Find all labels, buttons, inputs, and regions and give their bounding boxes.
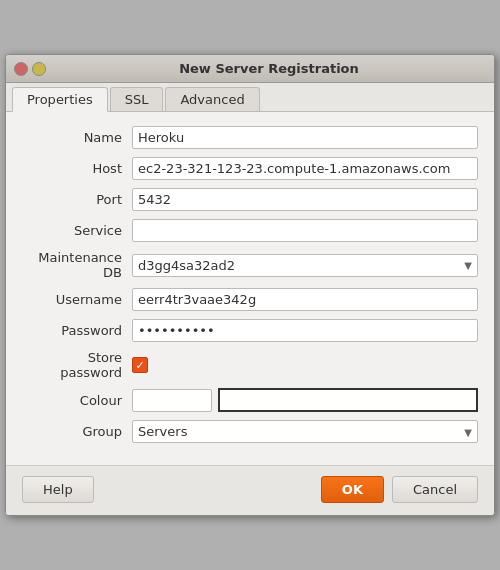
tab-ssl[interactable]: SSL <box>110 87 164 111</box>
maintenance-db-field: d3gg4sa32ad2 ▼ <box>132 254 478 277</box>
password-label: Password <box>22 323 132 338</box>
password-input[interactable] <box>132 319 478 342</box>
window-title: New Server Registration <box>52 61 486 76</box>
username-row: Username <box>22 288 478 311</box>
port-row: Port <box>22 188 478 211</box>
name-row: Name <box>22 126 478 149</box>
store-password-checkbox[interactable] <box>132 357 148 373</box>
store-password-label: Store password <box>22 350 132 380</box>
name-input[interactable] <box>132 126 478 149</box>
maintenance-db-label: Maintenance DB <box>22 250 132 280</box>
store-password-field <box>132 357 478 373</box>
colour-controls <box>132 388 478 412</box>
group-row: Group Servers ▼ <box>22 420 478 443</box>
group-label: Group <box>22 424 132 439</box>
username-field <box>132 288 478 311</box>
port-field <box>132 188 478 211</box>
service-field <box>132 219 478 242</box>
password-field <box>132 319 478 342</box>
titlebar-buttons <box>14 62 46 76</box>
tab-properties[interactable]: Properties <box>12 87 108 112</box>
service-input[interactable] <box>132 219 478 242</box>
titlebar: New Server Registration <box>6 55 494 83</box>
port-label: Port <box>22 192 132 207</box>
host-label: Host <box>22 161 132 176</box>
minimize-button[interactable] <box>32 62 46 76</box>
username-input[interactable] <box>132 288 478 311</box>
colour-field <box>132 388 478 412</box>
colour-swatch[interactable] <box>218 388 478 412</box>
colour-text-input[interactable] <box>132 389 212 412</box>
host-field <box>132 157 478 180</box>
cancel-button[interactable]: Cancel <box>392 476 478 503</box>
host-row: Host <box>22 157 478 180</box>
colour-row: Colour <box>22 388 478 412</box>
port-input[interactable] <box>132 188 478 211</box>
tab-bar: Properties SSL Advanced <box>6 83 494 112</box>
maintenance-db-select[interactable]: d3gg4sa32ad2 <box>132 254 478 277</box>
store-password-row: Store password <box>22 350 478 380</box>
service-label: Service <box>22 223 132 238</box>
colour-label: Colour <box>22 393 132 408</box>
group-select[interactable]: Servers <box>132 420 478 443</box>
store-password-checkbox-wrapper <box>132 357 478 373</box>
password-row: Password <box>22 319 478 342</box>
dialog-window: New Server Registration Properties SSL A… <box>5 54 495 516</box>
name-label: Name <box>22 130 132 145</box>
maintenance-db-select-wrapper: d3gg4sa32ad2 ▼ <box>132 254 478 277</box>
username-label: Username <box>22 292 132 307</box>
group-select-wrapper: Servers ▼ <box>132 420 478 443</box>
host-input[interactable] <box>132 157 478 180</box>
tab-advanced[interactable]: Advanced <box>165 87 259 111</box>
button-bar: Help OK Cancel <box>6 465 494 515</box>
form-content: Name Host Port Service <box>6 112 494 465</box>
maintenance-db-row: Maintenance DB d3gg4sa32ad2 ▼ <box>22 250 478 280</box>
service-row: Service <box>22 219 478 242</box>
help-button[interactable]: Help <box>22 476 94 503</box>
name-field <box>132 126 478 149</box>
ok-button[interactable]: OK <box>321 476 384 503</box>
close-button[interactable] <box>14 62 28 76</box>
group-field: Servers ▼ <box>132 420 478 443</box>
